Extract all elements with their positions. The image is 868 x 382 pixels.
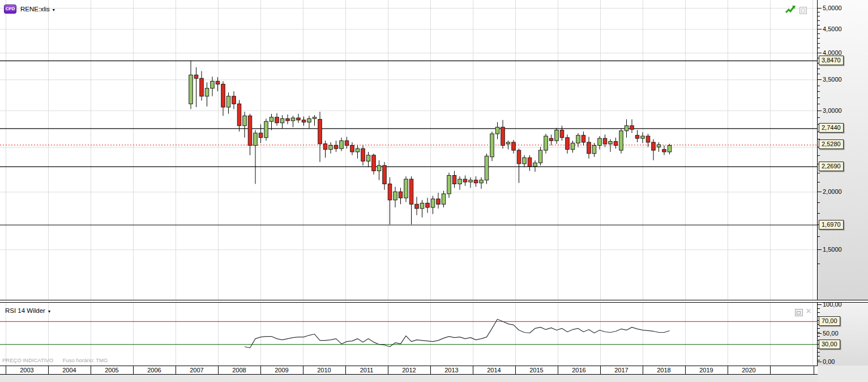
candle-body[interactable] xyxy=(334,146,338,149)
collapse-panel-icon[interactable] xyxy=(799,7,807,14)
candle-body[interactable] xyxy=(270,117,273,121)
candle-body[interactable] xyxy=(555,130,559,141)
candle-body[interactable] xyxy=(302,120,306,122)
candle-body[interactable] xyxy=(237,104,241,126)
candle-body[interactable] xyxy=(388,184,392,200)
candle-body[interactable] xyxy=(560,130,564,138)
candle-body[interactable] xyxy=(533,163,537,166)
panel-separator[interactable] xyxy=(0,300,868,303)
trend-arrow-icon[interactable] xyxy=(785,5,796,15)
candle-body[interactable] xyxy=(232,96,236,104)
candle-body[interactable] xyxy=(366,155,370,161)
candle-body[interactable] xyxy=(329,146,333,150)
price-level-value-box[interactable]: 2,5280 xyxy=(819,139,844,149)
candle-body[interactable] xyxy=(356,148,360,152)
candle-body[interactable] xyxy=(646,136,650,142)
candle-body[interactable] xyxy=(652,142,656,150)
candle-body[interactable] xyxy=(318,120,322,144)
candle-body[interactable] xyxy=(544,136,548,150)
rsi-indicator-selector[interactable]: RSI 14 Wilder ▾ xyxy=(5,307,50,314)
candle-body[interactable] xyxy=(635,135,639,138)
rsi-axis[interactable]: 100,0050,000,0070,0030,00 xyxy=(818,303,868,366)
candle-body[interactable] xyxy=(431,199,435,207)
candle-body[interactable] xyxy=(458,179,462,184)
candle-body[interactable] xyxy=(194,75,198,78)
candle-body[interactable] xyxy=(221,84,225,107)
candle-body[interactable] xyxy=(345,141,349,145)
candle-body[interactable] xyxy=(506,142,510,144)
candle-body[interactable] xyxy=(517,150,521,164)
candle-body[interactable] xyxy=(248,116,252,145)
candle-body[interactable] xyxy=(404,179,408,198)
price-level-value-box[interactable]: 3,8470 xyxy=(819,56,844,65)
candle-body[interactable] xyxy=(409,179,413,204)
price-chart-plot[interactable] xyxy=(0,0,817,300)
candle-body[interactable] xyxy=(538,150,542,163)
candle-body[interactable] xyxy=(581,135,585,142)
time-axis[interactable]: 2003200420052006200720082009201020112012… xyxy=(0,366,818,375)
candle-body[interactable] xyxy=(474,180,478,183)
candle-body[interactable] xyxy=(415,204,419,209)
candle-body[interactable] xyxy=(280,118,284,122)
candle-body[interactable] xyxy=(630,126,634,129)
candle-body[interactable] xyxy=(297,118,301,120)
candle-body[interactable] xyxy=(307,118,311,122)
candle-body[interactable] xyxy=(437,199,441,204)
price-axis[interactable]: 5,00004,50004,00003,50003,00002,00001,50… xyxy=(818,0,868,300)
candle-body[interactable] xyxy=(609,142,613,144)
candle-body[interactable] xyxy=(512,142,516,150)
candle-body[interactable] xyxy=(495,127,499,134)
candle-body[interactable] xyxy=(625,126,628,131)
candle-body[interactable] xyxy=(549,138,553,141)
candle-body[interactable] xyxy=(501,127,505,145)
candle-body[interactable] xyxy=(523,158,527,164)
candle-body[interactable] xyxy=(323,144,327,150)
instrument-selector[interactable]: CFD RENE:xlis ▾ xyxy=(4,5,55,14)
candle-body[interactable] xyxy=(614,142,618,146)
candle-body[interactable] xyxy=(313,117,317,118)
candle-body[interactable] xyxy=(490,134,494,157)
candle-body[interactable] xyxy=(447,175,451,193)
candle-body[interactable] xyxy=(587,142,591,154)
candle-body[interactable] xyxy=(211,81,215,88)
candle-body[interactable] xyxy=(420,203,424,208)
candle-body[interactable] xyxy=(442,194,446,204)
price-level-value-box[interactable]: 2,7440 xyxy=(819,123,844,133)
candle-body[interactable] xyxy=(463,179,467,182)
candle-body[interactable] xyxy=(286,118,290,121)
candle-body[interactable] xyxy=(200,78,204,96)
candle-body[interactable] xyxy=(259,133,263,138)
candle-body[interactable] xyxy=(254,133,258,146)
candle-body[interactable] xyxy=(361,148,365,161)
candle-body[interactable] xyxy=(399,192,403,198)
candle-body[interactable] xyxy=(291,118,295,121)
candle-body[interactable] xyxy=(528,158,532,166)
rsi-level-value-box[interactable]: 70,00 xyxy=(819,316,840,326)
candle-body[interactable] xyxy=(383,165,387,184)
candle-body[interactable] xyxy=(205,88,209,96)
candle-body[interactable] xyxy=(275,117,279,123)
candle-body[interactable] xyxy=(657,145,661,147)
candle-body[interactable] xyxy=(226,96,230,107)
candle-body[interactable] xyxy=(216,81,220,84)
rsi-plot[interactable] xyxy=(0,303,817,366)
candle-body[interactable] xyxy=(243,116,247,125)
candle-body[interactable] xyxy=(426,203,430,207)
candle-body[interactable] xyxy=(662,150,666,152)
rsi-close-icon[interactable]: ✕ xyxy=(806,307,811,315)
candle-body[interactable] xyxy=(377,165,381,171)
candle-body[interactable] xyxy=(566,138,570,150)
price-level-value-box[interactable]: 2,2690 xyxy=(819,162,844,171)
rsi-restore-icon[interactable] xyxy=(795,309,803,316)
candle-body[interactable] xyxy=(592,146,596,154)
candle-body[interactable] xyxy=(340,141,344,148)
price-level-value-box[interactable]: 1,6970 xyxy=(819,220,844,230)
candle-body[interactable] xyxy=(452,175,456,184)
candle-body[interactable] xyxy=(394,192,397,200)
candle-body[interactable] xyxy=(619,131,623,150)
candle-body[interactable] xyxy=(372,155,376,171)
rsi-level-value-box[interactable]: 30,00 xyxy=(819,339,840,349)
candle-body[interactable] xyxy=(571,143,575,149)
candle-body[interactable] xyxy=(469,180,473,182)
candle-body[interactable] xyxy=(264,121,268,138)
